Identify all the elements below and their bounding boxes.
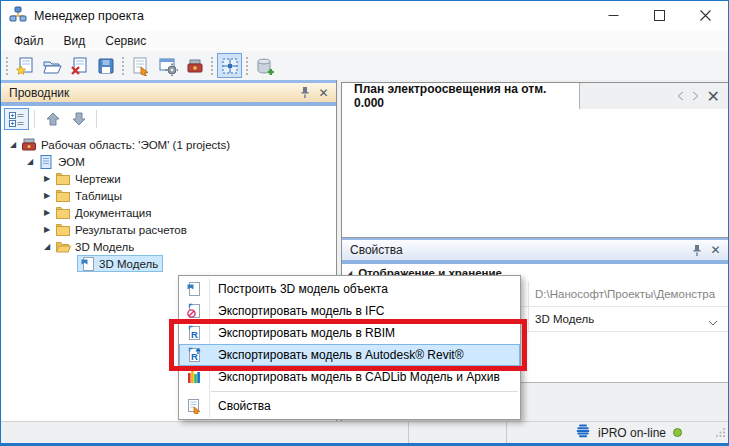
tab-title: План электроосвещения на отм. 0.000 — [354, 82, 567, 110]
tree-row-project[interactable]: ◢ ЭОМ — [1, 153, 336, 170]
tree-row-documentation[interactable]: ▶ Документация — [1, 204, 336, 221]
status-cell — [409, 422, 507, 443]
tree-row-3d-model-folder[interactable]: ◢ 3D Модель — [1, 238, 336, 255]
tree-label: Чертежи — [75, 173, 121, 185]
tab-nav-buttons: ✕ — [677, 83, 728, 109]
folder-icon — [54, 222, 71, 238]
menu-item-label: Свойства — [209, 399, 271, 413]
tab-next-icon[interactable] — [692, 87, 699, 105]
tab-prev-icon[interactable] — [677, 87, 684, 105]
database-add-icon[interactable] — [252, 53, 277, 78]
folder-icon — [54, 188, 71, 204]
collapsed-twisty-icon[interactable]: ▶ — [40, 191, 54, 200]
expanded-twisty-icon[interactable]: ◢ — [40, 242, 54, 251]
toolbar-grip[interactable] — [121, 56, 125, 76]
toolbar-separator — [96, 110, 97, 128]
save-project-icon[interactable] — [93, 53, 118, 78]
selected-item-highlight: 3D Модель — [77, 255, 163, 272]
export-cadlib-icon — [179, 366, 209, 388]
explorer-toolbar — [1, 106, 336, 132]
menu-item-label: Экспортировать модель в CADLib Модель и … — [209, 370, 500, 384]
build-3d-model-icon — [179, 278, 209, 300]
status-cell-ipro: iPRO on-line — [507, 422, 728, 443]
status-bar: iPRO on-line — [1, 421, 728, 443]
export-rbim-icon: R — [179, 322, 209, 344]
menu-item-label: Экспортировать модель в Autodesk® Revit® — [209, 348, 464, 362]
property-value: D:\Нанософт\Проекты\Демонстра — [535, 288, 715, 300]
menu-item-export-revit[interactable]: R Экспортировать модель в Autodesk® Revi… — [179, 344, 520, 366]
expanded-twisty-icon[interactable]: ◢ — [6, 140, 20, 149]
folder-icon — [54, 171, 71, 187]
menu-item-export-rbim[interactable]: R Экспортировать модель в RBIM — [179, 322, 520, 344]
tree-label: Документация — [75, 207, 152, 219]
menu-file[interactable]: Файл — [4, 32, 54, 50]
status-cell — [1, 422, 409, 443]
menu-item-export-cadlib[interactable]: Экспортировать модель в CADLib Модель и … — [179, 366, 520, 388]
window-controls — [590, 1, 728, 30]
folder-open-icon — [54, 239, 71, 255]
tree-row-drawings[interactable]: ▶ Чертежи — [1, 170, 336, 187]
tree-label: Результаты расчетов — [75, 224, 187, 236]
expanded-twisty-icon[interactable]: ◢ — [23, 157, 37, 166]
properties-caption: Свойства ✕ — [342, 238, 728, 264]
document-tab-bar: План электроосвещения на отм. 0.000 ✕ — [342, 83, 728, 109]
chevron-down-icon[interactable] — [708, 316, 718, 328]
pin-icon[interactable] — [296, 85, 313, 101]
collapsed-twisty-icon[interactable]: ▶ — [40, 208, 54, 217]
toolbar-grip[interactable] — [210, 56, 214, 76]
properties-icon — [179, 395, 209, 417]
collapsed-twisty-icon[interactable]: ▶ — [40, 174, 54, 183]
menu-view[interactable]: Вид — [54, 32, 96, 50]
close-button[interactable] — [682, 1, 728, 30]
tree-row-3d-model-selected[interactable]: 3D Модель — [1, 255, 336, 272]
move-down-icon[interactable] — [66, 108, 91, 130]
view-settings-icon[interactable] — [155, 53, 180, 78]
pin-icon[interactable] — [688, 242, 705, 258]
tree-label: Рабочая область: 'ЭОМ' (1 projects) — [41, 139, 230, 151]
tree-row-calc-results[interactable]: ▶ Результаты расчетов — [1, 221, 336, 238]
ipro-globe-icon — [575, 424, 591, 442]
menu-item-export-ifc[interactable]: Экспортировать модель в IFC — [179, 300, 520, 322]
export-revit-icon: R — [179, 344, 209, 366]
tab-plan[interactable]: План электроосвещения на отм. 0.000 — [342, 83, 580, 109]
folder-icon — [54, 205, 71, 221]
context-menu: Построить 3D модель объекта Экспортирова… — [178, 275, 521, 420]
menu-item-properties[interactable]: Свойства — [179, 395, 520, 417]
menu-item-label: Экспортировать модель в IFC — [209, 304, 384, 318]
toolbar-grip[interactable] — [245, 56, 249, 76]
explorer-title: Проводник — [9, 86, 294, 100]
close-icon[interactable]: ✕ — [707, 242, 724, 258]
project-manager-window: Менеджер проекта Файл Вид Сервис — [0, 0, 729, 446]
expand-tree-icon[interactable] — [4, 108, 29, 130]
collapsed-twisty-icon[interactable]: ▶ — [40, 225, 54, 234]
tree-label: ЭОМ — [58, 156, 85, 168]
tree-row-tables[interactable]: ▶ Таблицы — [1, 187, 336, 204]
close-icon[interactable]: ✕ — [315, 85, 332, 101]
close-project-icon[interactable] — [66, 53, 91, 78]
open-project-icon[interactable] — [39, 53, 64, 78]
drawing-canvas[interactable] — [342, 109, 728, 238]
menu-service[interactable]: Сервис — [95, 32, 156, 50]
archive-icon[interactable] — [182, 53, 207, 78]
move-up-icon[interactable] — [40, 108, 65, 130]
minimize-button[interactable] — [590, 1, 636, 30]
menu-bar: Файл Вид Сервис — [1, 30, 728, 51]
menu-item-label: Построить 3D модель объекта — [209, 282, 388, 296]
svg-text:R: R — [191, 329, 198, 340]
property-value: 3D Модель — [535, 313, 594, 325]
export-ifc-icon — [179, 300, 209, 322]
menu-item-build-3d[interactable]: Построить 3D модель объекта — [179, 278, 520, 300]
tree-row-workspace[interactable]: ◢ Рабочая область: 'ЭОМ' (1 projects) — [1, 136, 336, 153]
svg-text:R: R — [191, 351, 198, 362]
toolbar-grip[interactable] — [5, 56, 9, 76]
properties-icon[interactable] — [128, 53, 153, 78]
ipro-status-label: iPRO on-line — [598, 426, 666, 440]
tree-label: 3D Модель — [75, 241, 134, 253]
maximize-button[interactable] — [636, 1, 682, 30]
resize-grip[interactable] — [715, 427, 726, 441]
model-explorer-icon[interactable] — [217, 53, 242, 78]
new-project-icon[interactable] — [12, 53, 37, 78]
window-title: Менеджер проекта — [34, 9, 144, 23]
tab-close-icon[interactable]: ✕ — [707, 87, 720, 106]
model-doc-icon — [79, 256, 96, 272]
